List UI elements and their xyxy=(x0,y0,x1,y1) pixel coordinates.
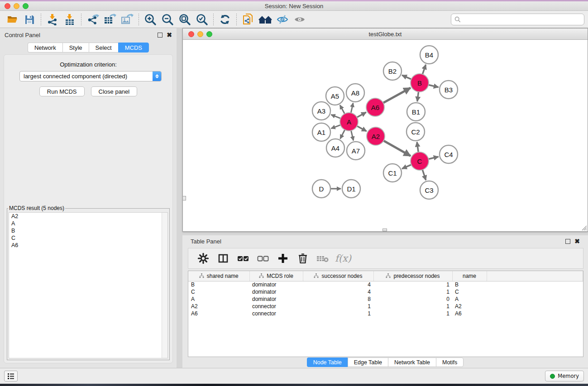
graph-node-label-B: B xyxy=(417,79,422,87)
control-panel-tabs: Network Style Select MCDS xyxy=(0,43,177,52)
import-table-button[interactable] xyxy=(61,12,78,27)
float-panel-icon[interactable] xyxy=(158,33,163,38)
export-image-button[interactable] xyxy=(119,12,136,27)
refresh-layout-button[interactable] xyxy=(216,12,234,27)
show-column-button[interactable] xyxy=(215,251,231,266)
list-item[interactable]: A xyxy=(9,220,167,227)
refresh-icon xyxy=(219,14,231,25)
export-table-button[interactable] xyxy=(101,12,119,27)
new-network-from-selection-button[interactable] xyxy=(239,12,257,27)
gear-icon xyxy=(198,253,209,264)
graph-edge-A-A4[interactable] xyxy=(340,130,345,139)
table-panel: Table Panel ✖ xyxy=(182,235,588,368)
select-all-columns-button[interactable] xyxy=(235,251,251,266)
column-header-predecessor-nodes[interactable]: predecessor nodes xyxy=(373,271,452,281)
birdseye-handle-left[interactable] xyxy=(183,196,186,200)
memory-status-icon xyxy=(550,374,555,379)
tab-style[interactable]: Style xyxy=(62,43,89,52)
graph-edge-A-A8[interactable] xyxy=(351,103,353,113)
graph-edge-B-B4[interactable] xyxy=(422,65,425,74)
graph-edge-A2-C[interactable] xyxy=(383,141,411,156)
tab-network[interactable]: Network xyxy=(28,43,62,52)
tab-mcds[interactable]: MCDS xyxy=(118,43,149,52)
mcds-result-list[interactable]: A2 A B C A6 xyxy=(9,212,168,358)
export-network-button[interactable] xyxy=(84,12,101,27)
criterion-select[interactable]: largest connected component (directed) xyxy=(19,71,162,81)
optimization-criterion-label: Optimization criterion: xyxy=(4,61,172,68)
graph-edge-A-A6[interactable] xyxy=(357,112,366,117)
close-panel-button[interactable]: Close panel xyxy=(91,86,138,96)
table-row[interactable]: A2connector11A2 xyxy=(188,303,583,310)
node-table: shared name MCDS role successor nodes pr… xyxy=(188,271,583,357)
zoom-selected-button[interactable] xyxy=(193,12,210,27)
graph-edge-C-C4[interactable] xyxy=(428,157,438,159)
first-neighbors-button[interactable] xyxy=(257,12,274,27)
float-panel-icon[interactable] xyxy=(565,239,570,244)
table-row[interactable]: A6connector11A6 xyxy=(188,310,583,317)
graph-edge-C-C3[interactable] xyxy=(422,170,426,180)
function-builder-button[interactable]: f(x) xyxy=(335,251,351,266)
tab-motifs[interactable]: Motifs xyxy=(436,357,464,367)
resize-grip-icon[interactable] xyxy=(581,224,587,231)
delete-table-button[interactable] xyxy=(315,251,330,266)
graph-edge-A-A1[interactable] xyxy=(331,125,341,129)
list-item[interactable]: A6 xyxy=(9,242,167,249)
show-all-button[interactable] xyxy=(291,12,308,27)
network-canvas[interactable]: B4B2BB3A8A5A6A3B1AA1C2A2A4A7C4CC1DD1C3 xyxy=(183,40,588,231)
graph-node-label-A2: A2 xyxy=(372,133,380,140)
graph-node-label-B1: B1 xyxy=(412,108,420,116)
birdseye-handle-bottom[interactable] xyxy=(382,229,387,231)
zoom-out-button[interactable] xyxy=(159,12,176,27)
tab-node-table[interactable]: Node Table xyxy=(307,357,348,367)
column-header-shared-name[interactable]: shared name xyxy=(188,271,249,281)
table-row[interactable]: Adominator80A xyxy=(188,295,583,303)
table-settings-button[interactable] xyxy=(196,251,211,266)
list-item[interactable]: B xyxy=(9,227,167,234)
table-row[interactable]: Bdominator41B xyxy=(188,281,583,288)
graph-edge-A-A5[interactable] xyxy=(340,105,344,114)
graph-node-label-C2: C2 xyxy=(411,128,420,136)
scrollbar-track[interactable] xyxy=(162,213,167,358)
trash-icon xyxy=(298,253,308,264)
graph-edge-A-A3[interactable] xyxy=(331,114,340,118)
graph-edge-B-B2[interactable] xyxy=(402,75,411,79)
column-header-name[interactable]: name xyxy=(452,271,487,281)
open-session-button[interactable] xyxy=(4,12,21,27)
close-panel-icon[interactable]: ✖ xyxy=(574,239,580,244)
graph-node-label-A1: A1 xyxy=(317,129,325,136)
tab-select[interactable]: Select xyxy=(89,43,118,52)
save-session-button[interactable] xyxy=(21,12,38,27)
show-tasks-button[interactable] xyxy=(4,371,18,381)
list-item[interactable]: A2 xyxy=(9,213,167,220)
search-input[interactable] xyxy=(461,16,581,23)
tab-network-table[interactable]: Network Table xyxy=(388,357,436,367)
tab-edge-table[interactable]: Edge Table xyxy=(348,357,388,367)
zoom-in-button[interactable] xyxy=(142,12,159,27)
run-mcds-button[interactable]: Run MCDS xyxy=(39,86,85,96)
search-box[interactable] xyxy=(451,14,584,25)
application-window: Session: New Session xyxy=(0,0,588,386)
graph-edge-A-A7[interactable] xyxy=(351,130,354,140)
list-item[interactable]: C xyxy=(9,234,167,242)
graph-edge-C-C2[interactable] xyxy=(417,142,418,152)
network-graph[interactable]: B4B2BB3A8A5A6A3B1AA1C2A2A4A7C4CC1DD1C3 xyxy=(183,40,588,231)
graph-edge-B-B1[interactable] xyxy=(417,92,419,101)
graph-edge-C-C1[interactable] xyxy=(402,165,411,169)
create-column-button[interactable] xyxy=(275,251,291,266)
graph-edge-A-A2[interactable] xyxy=(357,126,367,131)
unselect-all-columns-button[interactable] xyxy=(255,251,271,266)
graph-edge-B-B3[interactable] xyxy=(428,85,438,87)
delete-column-button[interactable] xyxy=(295,251,311,266)
task-list-icon xyxy=(7,373,14,379)
graph-edge-A6-B[interactable] xyxy=(383,88,411,103)
table-row[interactable]: Cdominator41C xyxy=(188,288,583,295)
close-panel-icon[interactable]: ✖ xyxy=(167,33,172,38)
memory-button[interactable]: Memory xyxy=(545,371,584,381)
graph-node-label-C3: C3 xyxy=(425,186,433,194)
column-header-mcds-role[interactable]: MCDS role xyxy=(249,271,303,281)
network-window-titlebar[interactable]: testGlobe.txt xyxy=(183,29,588,40)
zoom-fit-button[interactable] xyxy=(176,12,193,27)
import-network-button[interactable] xyxy=(44,12,61,27)
hide-selected-button[interactable] xyxy=(274,12,291,27)
column-header-successor-nodes[interactable]: successor nodes xyxy=(303,271,373,281)
